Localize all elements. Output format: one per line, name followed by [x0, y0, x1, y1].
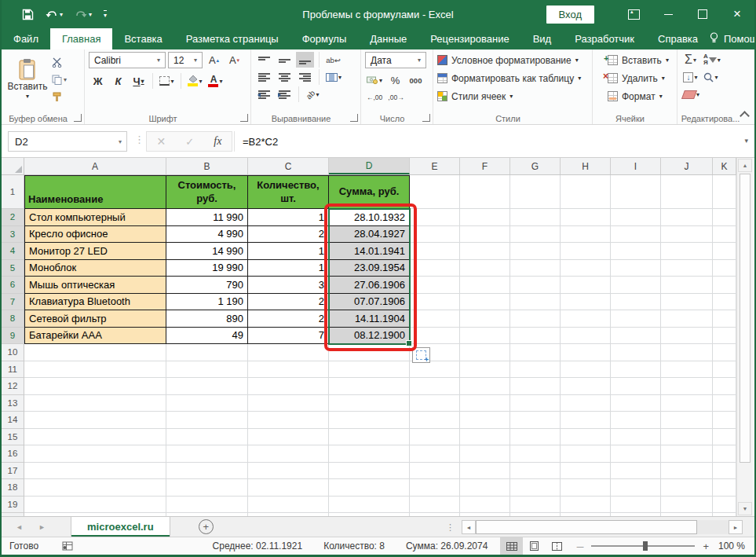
cell-A8[interactable]: Сетевой фильтр — [24, 310, 166, 328]
cell-A16[interactable] — [24, 445, 166, 463]
cell-J3[interactable] — [661, 226, 713, 244]
cell-K3[interactable] — [713, 226, 736, 244]
cell-A13[interactable] — [24, 395, 166, 412]
cell-I18[interactable] — [611, 479, 661, 497]
scroll-up-icon[interactable] — [738, 159, 752, 172]
cell-D13[interactable] — [329, 395, 410, 412]
cell-D6[interactable]: 27.06.1906 — [329, 277, 410, 294]
select-all-corner[interactable] — [2, 158, 24, 174]
decrease-decimal-button[interactable] — [386, 90, 405, 105]
cell-E14[interactable] — [410, 412, 460, 429]
cell-G4[interactable] — [510, 243, 561, 260]
cell-I15[interactable] — [611, 429, 661, 446]
cell-I10[interactable] — [611, 344, 661, 361]
row-header-15[interactable]: 15 — [2, 429, 24, 446]
increase-indent-button[interactable] — [276, 86, 294, 102]
row-header-9[interactable]: 9 — [2, 328, 24, 345]
cell-G19[interactable] — [510, 497, 561, 514]
currency-format-button[interactable] — [365, 72, 384, 88]
zoom-in-button[interactable] — [703, 541, 709, 552]
cell-C7[interactable]: 2 — [248, 294, 329, 311]
increase-font-button[interactable]: А — [205, 53, 223, 68]
cell-E9[interactable] — [410, 328, 460, 345]
cell-C15[interactable] — [248, 429, 329, 446]
cell-D5[interactable]: 23.09.1954 — [329, 260, 410, 277]
row-header-13[interactable]: 13 — [2, 395, 24, 412]
cell-C11[interactable] — [248, 361, 329, 379]
cell-H10[interactable] — [561, 344, 611, 361]
cell-H14[interactable] — [561, 412, 611, 429]
cell-I2[interactable] — [611, 209, 661, 226]
scroll-down-icon[interactable] — [738, 502, 752, 515]
cell-F8[interactable] — [460, 310, 510, 328]
cell-I11[interactable] — [611, 361, 661, 379]
cell-F15[interactable] — [460, 429, 510, 446]
cell-G6[interactable] — [510, 277, 561, 294]
cell-B18[interactable] — [166, 479, 248, 497]
cell-A19[interactable] — [24, 497, 166, 514]
tab-home[interactable]: Главная — [50, 28, 112, 49]
cell-A2[interactable]: Стол компьютерный — [24, 209, 166, 226]
cell-H1[interactable] — [561, 175, 611, 209]
cell-B15[interactable] — [166, 429, 248, 446]
expand-formula-bar-icon[interactable] — [744, 137, 748, 145]
cell-D8[interactable]: 14.11.1904 — [329, 310, 410, 328]
cell-A5[interactable]: Моноблок — [24, 260, 166, 277]
tab-view[interactable]: Вид — [521, 28, 564, 49]
cell-F7[interactable] — [460, 294, 510, 311]
tab-review[interactable]: Рецензирование — [418, 28, 520, 49]
cell-E4[interactable] — [410, 243, 460, 260]
status-average[interactable]: Среднее: 02.11.1921 — [213, 541, 303, 552]
increase-decimal-button[interactable] — [365, 90, 384, 105]
delete-cells-button[interactable]: Удалить — [603, 70, 673, 86]
sheet-tab[interactable]: microexcel.ru — [71, 517, 170, 537]
page-layout-view-button[interactable] — [523, 537, 546, 555]
column-header-E[interactable]: E — [410, 158, 460, 174]
cell-K6[interactable] — [713, 277, 736, 294]
zoom-slider-thumb[interactable] — [643, 541, 648, 551]
minimize-button[interactable] — [651, 0, 685, 28]
cell-H3[interactable] — [561, 226, 611, 244]
cell-K1[interactable] — [713, 175, 736, 209]
align-top-button[interactable] — [255, 52, 273, 68]
cell-A11[interactable] — [24, 361, 166, 379]
cell-E5[interactable] — [410, 260, 460, 277]
cell-E8[interactable] — [410, 310, 460, 328]
cell-H8[interactable] — [561, 310, 611, 328]
cell-G16[interactable] — [510, 445, 561, 463]
format-as-table-button[interactable]: Форматировать как таблицу — [437, 70, 588, 86]
cell-D14[interactable] — [329, 412, 410, 429]
cell-F14[interactable] — [460, 412, 510, 429]
cell-I4[interactable] — [611, 243, 661, 260]
cell-K7[interactable] — [713, 294, 736, 311]
cell-A12[interactable] — [24, 378, 166, 395]
cell-A7[interactable]: Клавиатура Bluetooth — [24, 294, 166, 311]
column-header-K[interactable]: K — [713, 158, 736, 174]
cell-J13[interactable] — [661, 395, 713, 412]
decrease-font-button[interactable]: А — [225, 53, 243, 68]
cell-F6[interactable] — [460, 277, 510, 294]
column-header-D[interactable]: D — [329, 158, 410, 174]
scroll-left-icon[interactable] — [462, 520, 476, 534]
font-dialog-launcher[interactable] — [240, 114, 248, 122]
cell-D3[interactable]: 28.04.1927 — [329, 226, 410, 244]
cell-F13[interactable] — [460, 395, 510, 412]
cell-K2[interactable] — [713, 209, 736, 226]
status-count[interactable]: Количество: 8 — [323, 541, 385, 552]
cell-B17[interactable] — [166, 463, 248, 480]
name-box[interactable]: D2 — [8, 131, 127, 152]
ribbon-display-options-button[interactable] — [616, 0, 651, 28]
zoom-out-button[interactable] — [576, 541, 583, 552]
cell-K16[interactable] — [713, 445, 736, 463]
cell-C9[interactable]: 7 — [248, 328, 329, 345]
row-header-19[interactable]: 19 — [2, 497, 24, 514]
sign-in-button[interactable]: Вход — [546, 5, 594, 24]
column-header-B[interactable]: B — [166, 158, 248, 174]
cell-A4[interactable]: Монитор 27 LED — [24, 243, 166, 260]
cell-G10[interactable] — [510, 344, 561, 361]
cell-C17[interactable] — [248, 463, 329, 480]
cell-H16[interactable] — [561, 445, 611, 463]
sheet-nav-arrows[interactable] — [16, 523, 46, 531]
cell-B3[interactable]: 4 990 — [166, 226, 248, 244]
cell-J17[interactable] — [661, 463, 713, 480]
